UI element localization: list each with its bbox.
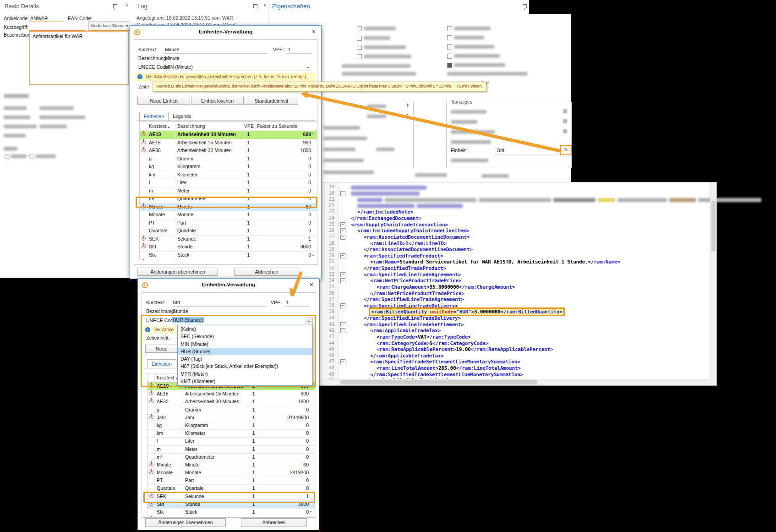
tab-einheiten[interactable]: Einheiten — [147, 359, 176, 368]
chevron-down-icon[interactable]: ▼ — [306, 66, 310, 69]
fold-icon[interactable]: − — [340, 328, 345, 333]
unece-combobox[interactable]: MIN (Minute) — [165, 64, 193, 70]
bezeichnung-value[interactable]: Minute — [165, 55, 180, 61]
horizontal-scrollbar[interactable] — [320, 379, 716, 385]
fold-icon[interactable]: − — [340, 191, 345, 196]
table-row[interactable]: Tag8h Tag186400 — [148, 516, 315, 517]
table-row[interactable]: PTPart10 — [140, 219, 317, 228]
dropdown-item[interactable]: DAY (Tag) — [178, 355, 312, 362]
table-row[interactable]: m²Quadratmeter10 — [148, 454, 315, 461]
bezeichnung-value[interactable]: Stunde — [173, 308, 188, 314]
table-row[interactable]: StkStück10 — [148, 509, 315, 516]
fold-icon[interactable]: − — [340, 253, 345, 258]
table-row[interactable]: AE30Arbeitseinheit 30 Minuten11800 — [148, 398, 315, 406]
table-row[interactable]: Tag8h Tag186400 — [140, 259, 317, 260]
scroll-down-icon[interactable]: ▼ — [311, 254, 315, 257]
dropdown-item[interactable]: MIN (Minute) — [178, 340, 312, 348]
artikelcode-value[interactable]: ANWAR — [30, 16, 48, 21]
pin-icon[interactable] — [253, 4, 257, 8]
fold-icon[interactable]: − — [340, 322, 345, 327]
fold-icon[interactable]: − — [340, 222, 345, 227]
table-row[interactable]: MinuteMinute160 — [148, 461, 315, 469]
fold-icon[interactable]: − — [340, 272, 345, 277]
table-row[interactable]: AE15Arbeitseinheit 15 Minuten1900 — [148, 390, 315, 398]
fold-icon[interactable]: − — [340, 235, 345, 240]
cell-icon — [148, 501, 155, 508]
table-row[interactable]: SEKSekunde11 — [140, 236, 317, 244]
close-icon[interactable]: × — [126, 3, 129, 8]
radio-button[interactable] — [5, 154, 10, 159]
scroll-down-icon[interactable]: ▼ — [309, 510, 312, 513]
edit-unit-button[interactable]: ✎ — [560, 145, 572, 155]
fold-icon[interactable]: − — [340, 228, 345, 233]
scroll-up-icon[interactable]: ▲ — [311, 132, 315, 135]
beschreibung-textarea[interactable]: Anfahrtsartikel für WAR — [29, 31, 129, 85]
unece-combobox[interactable]: HUR (Stunde) — [172, 317, 204, 323]
abbrechen-button[interactable]: Abbrechen — [241, 518, 307, 527]
standardeinheit-button[interactable]: Standardeinheit — [245, 97, 298, 105]
pin-icon[interactable] — [523, 4, 527, 8]
standard-dropdown[interactable]: länderlose Standar ▼ — [88, 21, 131, 31]
table-row[interactable]: MinuteMinute160 — [140, 203, 317, 212]
combo-button[interactable]: ▼ — [306, 318, 313, 325]
table-row[interactable]: kgKilogramm10 — [148, 422, 315, 430]
table-row[interactable]: PTPart10 — [148, 477, 315, 485]
table-row[interactable]: StdStunde13600 — [148, 501, 315, 509]
dropdown-item[interactable]: H87 (Stück [ein Stück, Artikel oder Exem… — [178, 362, 312, 370]
kurztext-value[interactable]: Minute — [165, 47, 180, 52]
uebernehmen-button[interactable]: Änderungen übernehmen — [145, 518, 226, 527]
table-row[interactable]: kmKilometer10 — [148, 430, 315, 438]
neue-einheit-button[interactable]: Neue Einheit — [137, 97, 190, 105]
uebernehmen-button[interactable]: Änderungen übernehmen — [137, 268, 218, 276]
tab-legende[interactable]: Legende — [169, 112, 196, 120]
table-row[interactable]: StdStunde13600 — [140, 243, 317, 252]
abbrechen-button[interactable]: Abbrechen — [234, 268, 299, 276]
table-row[interactable]: SEKSekunde11 — [148, 493, 315, 501]
table-row[interactable]: QuartaleQuartale10 — [148, 485, 315, 493]
table-row[interactable]: AE15Arbeitseinheit 15 Minuten1900 — [140, 139, 317, 148]
vpe-value[interactable]: 1 — [286, 300, 289, 305]
column-vpe[interactable]: VPE — [242, 122, 255, 131]
close-icon[interactable]: × — [263, 3, 267, 8]
radio-button[interactable] — [29, 154, 34, 159]
column-kurztext[interactable]: Kurztext ▲ — [147, 122, 175, 131]
dropdown-item[interactable]: KMT (Kilometer) — [178, 378, 312, 385]
table-row[interactable]: JahrJahr131449600 — [148, 414, 315, 422]
neue-einheit-button[interactable]: Neue — [145, 345, 178, 353]
table-row[interactable]: MonateMonate10 — [140, 211, 317, 219]
table-row[interactable]: kgKilogramm10 — [140, 163, 317, 171]
table-row[interactable]: m²Quadratmeter10 — [140, 195, 317, 203]
vertical-scrollbar[interactable] — [710, 182, 716, 379]
dropdown-item[interactable]: SEC (Sekunde) — [178, 333, 312, 340]
table-row[interactable]: StkStück10 — [140, 252, 317, 260]
dropdown-item[interactable]: (Keine) — [178, 325, 312, 333]
table-row[interactable]: kmKilometer10 — [140, 171, 317, 180]
tab-einheiten[interactable]: Einheiten — [139, 112, 169, 121]
table-row[interactable]: AE10Arbeitseinheit 10 Minuten1600 — [140, 131, 317, 139]
table-row[interactable]: gGramm10 — [148, 406, 315, 414]
close-icon[interactable]: × — [310, 281, 313, 288]
dropdown-item[interactable]: MTR (Meter) — [178, 370, 312, 378]
einheit-loeschen-button[interactable]: Einheit löschen — [191, 97, 244, 105]
cell-vpe: 1 — [242, 179, 255, 187]
table-row[interactable]: lLiter10 — [148, 438, 315, 445]
dropdown-item[interactable]: HUR (Stunde) — [178, 348, 312, 355]
table-row[interactable]: QuartaleQuartale10 — [140, 227, 317, 236]
fold-icon[interactable]: − — [340, 303, 345, 308]
fold-icon[interactable]: − — [340, 278, 345, 283]
table-row[interactable]: AE30Arbeitseinheit 30 Minuten11800 — [140, 147, 317, 155]
kurztext-value[interactable]: Std — [173, 300, 180, 305]
table-row[interactable]: mMeter10 — [148, 446, 315, 454]
close-icon[interactable]: × — [312, 28, 316, 35]
fold-icon[interactable]: − — [340, 359, 345, 364]
table-row[interactable]: MonateMonate12419200 — [148, 469, 315, 477]
table-row[interactable]: lLiter10 — [140, 179, 317, 187]
vpe-value[interactable]: 1 — [288, 47, 291, 52]
column-bezeichnung[interactable]: Bezeichnung — [175, 122, 242, 131]
kurzbegriff-field[interactable] — [29, 30, 86, 31]
table-row[interactable]: gGramm10 — [140, 155, 317, 164]
pin-icon[interactable] — [113, 4, 117, 8]
column-faktor[interactable]: Faktor zu Sekunde — [255, 122, 313, 131]
table-row[interactable]: mMeter10 — [140, 187, 317, 196]
line-number: 21 — [321, 197, 334, 202]
